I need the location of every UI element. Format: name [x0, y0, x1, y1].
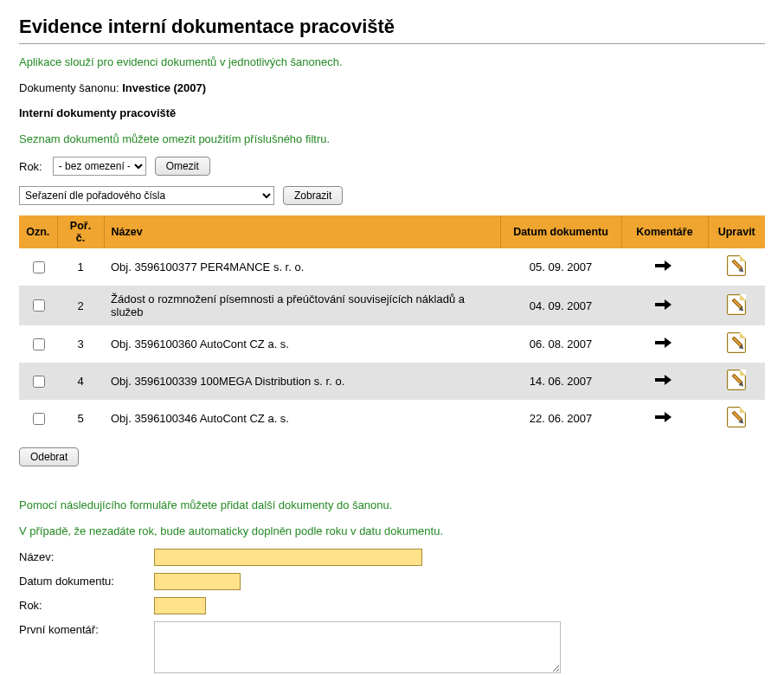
page-title: Evidence interní dokumentace pracoviště — [19, 16, 765, 38]
add-form-grid: Název: Datum dokumentu: Rok: První komen… — [19, 549, 765, 675]
row-checkbox[interactable] — [33, 413, 45, 425]
year-label: Rok: — [19, 160, 42, 173]
limit-button[interactable]: Omezit — [155, 157, 210, 176]
sort-select[interactable]: Seřazení dle pořadového čísla — [19, 186, 274, 205]
col-header-upravit: Upravit — [708, 215, 765, 248]
edit-icon[interactable] — [727, 294, 746, 315]
table-header-row: Ozn. Poř. č. Název Datum dokumentu Komen… — [19, 215, 765, 248]
col-header-komentare: Komentáře — [621, 215, 708, 248]
cell-datum: 14. 06. 2007 — [500, 363, 621, 400]
add-form-area: Pomocí následujícího formuláře můžete př… — [19, 498, 765, 675]
edit-icon[interactable] — [727, 332, 746, 353]
row-checkbox[interactable] — [33, 338, 45, 350]
title-divider — [19, 43, 765, 44]
col-header-nazev: Název — [104, 215, 500, 248]
add-hint-1: Pomocí následujícího formuláře můžete př… — [19, 498, 765, 513]
arrow-right-icon[interactable] — [655, 260, 674, 271]
input-rok[interactable] — [154, 597, 206, 614]
col-header-por: Poř. č. — [57, 215, 104, 248]
table-row: 5Obj. 3596100346 AutoCont CZ a. s.22. 06… — [19, 400, 765, 437]
sanon-line: Dokumenty šanonu: Investice (2007) — [19, 80, 765, 96]
cell-por: 1 — [57, 248, 104, 286]
cell-por: 2 — [57, 286, 104, 325]
label-komentar: První komentář: — [19, 621, 149, 636]
cell-datum: 04. 09. 2007 — [500, 286, 621, 325]
cell-datum: 22. 06. 2007 — [500, 400, 621, 437]
edit-icon[interactable] — [727, 407, 746, 428]
cell-datum: 05. 09. 2007 — [500, 248, 621, 286]
sanon-prefix: Dokumenty šanonu: — [19, 81, 122, 94]
sanon-name: Investice (2007) — [122, 81, 206, 94]
cell-nazev: Obj. 3596100360 AutoCont CZ a. s. — [104, 325, 500, 363]
cell-nazev: Obj. 3596100339 100MEGA Distribution s. … — [104, 363, 500, 400]
col-header-datum: Datum dokumentu — [500, 215, 621, 248]
edit-icon[interactable] — [727, 255, 746, 276]
cell-nazev: Žádost o rozmnožení písemnosti a přeúčto… — [104, 286, 500, 325]
edit-icon[interactable] — [727, 370, 746, 390]
input-nazev[interactable] — [154, 549, 422, 566]
row-checkbox[interactable] — [33, 376, 45, 388]
label-rok: Rok: — [19, 597, 149, 612]
year-select[interactable]: - bez omezení - — [53, 157, 146, 176]
input-datum[interactable] — [154, 573, 241, 590]
add-hint-2: V případě, že nezadáte rok, bude automat… — [19, 524, 765, 539]
cell-por: 5 — [57, 400, 104, 437]
cell-por: 3 — [57, 325, 104, 363]
table-row: 4Obj. 3596100339 100MEGA Distribution s.… — [19, 363, 765, 400]
label-datum: Datum dokumentu: — [19, 573, 149, 588]
table-row: 2Žádost o rozmnožení písemnosti a přeúčt… — [19, 286, 765, 325]
col-header-ozn: Ozn. — [19, 215, 57, 248]
documents-table: Ozn. Poř. č. Název Datum dokumentu Komen… — [19, 215, 765, 437]
arrow-right-icon[interactable] — [655, 299, 674, 310]
filter-hint: Seznam dokumentů můžete omezit použitím … — [19, 132, 765, 147]
row-checkbox[interactable] — [33, 299, 45, 312]
cell-nazev: Obj. 3596100377 PER4MANCE s. r. o. — [104, 248, 500, 286]
input-komentar[interactable] — [154, 621, 561, 673]
table-row: 3Obj. 3596100360 AutoCont CZ a. s.06. 08… — [19, 325, 765, 363]
label-nazev: Název: — [19, 549, 149, 563]
arrow-right-icon[interactable] — [655, 338, 674, 348]
year-filter-row: Rok: - bez omezení - Omezit — [19, 157, 765, 176]
cell-datum: 06. 08. 2007 — [500, 325, 621, 363]
documents-tbody: 1Obj. 3596100377 PER4MANCE s. r. o.05. 0… — [19, 248, 765, 437]
row-checkbox[interactable] — [33, 261, 45, 273]
intro-text: Aplikace slouží pro evidenci dokumentů v… — [19, 55, 765, 70]
table-row: 1Obj. 3596100377 PER4MANCE s. r. o.05. 0… — [19, 248, 765, 286]
arrow-right-icon[interactable] — [655, 412, 674, 422]
section-heading: Interní dokumenty pracoviště — [19, 106, 765, 121]
remove-button[interactable]: Odebrat — [19, 447, 79, 466]
show-button[interactable]: Zobrazit — [283, 186, 343, 205]
arrow-right-icon[interactable] — [655, 375, 674, 385]
cell-por: 4 — [57, 363, 104, 400]
cell-nazev: Obj. 3596100346 AutoCont CZ a. s. — [104, 400, 500, 437]
sort-row: Seřazení dle pořadového čísla Zobrazit — [19, 186, 765, 205]
